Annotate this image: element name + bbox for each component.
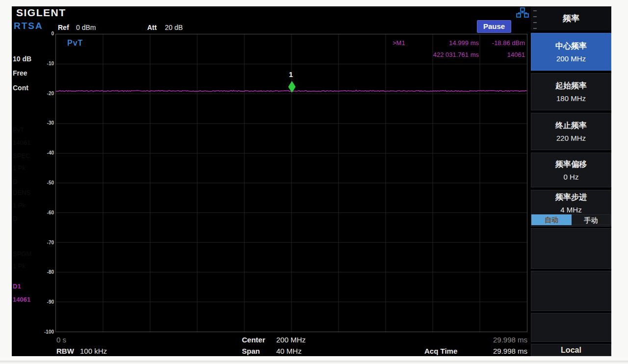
y-tick: -50	[39, 180, 54, 185]
ref-value[interactable]: 0 dBm	[76, 24, 96, 31]
marker-id: >M1	[392, 39, 405, 47]
dim-label: SPEC	[13, 152, 30, 159]
scale-label[interactable]: 10 dB	[13, 55, 31, 63]
softkey-empty[interactable]	[531, 228, 611, 269]
instrument-screen: SIGLENT RTSA Ref 0 dBm Att 20 dB Pause 1…	[12, 6, 611, 356]
chart-area	[55, 34, 527, 332]
softkey-value: 180 MHz	[531, 94, 611, 103]
menu-scroll-dash	[533, 28, 537, 29]
rbw-label: RBW	[56, 347, 74, 355]
att-value[interactable]: 20 dB	[165, 24, 183, 31]
dim-label: PvT	[13, 126, 24, 133]
marker-amplitude: -18.86 dBm	[481, 39, 525, 47]
menu-scroll-dash	[533, 16, 537, 17]
dim-label: 14061	[13, 139, 30, 146]
acq-label: Acq Time	[424, 347, 457, 355]
softkey-value: 200 MHz	[531, 54, 611, 63]
acq-value[interactable]: 29.998 ms	[471, 347, 527, 355]
toggle-manual[interactable]: 手动	[572, 214, 611, 225]
softkey-value: 0 Hz	[531, 173, 611, 181]
marker-time: 14.999 ms	[430, 39, 479, 47]
network-icon[interactable]	[516, 7, 529, 18]
display-line-name: D1	[13, 283, 21, 290]
softkey-value: 4 MHz	[531, 206, 611, 214]
toggle-auto[interactable]: 自动	[531, 214, 572, 225]
time-end: 29.998 ms	[459, 336, 527, 344]
sweep-label[interactable]: Cont	[13, 84, 28, 92]
view-label: PvT	[67, 39, 83, 48]
center-label: Center	[242, 336, 265, 344]
dim-label: 1 Pk	[13, 202, 26, 209]
y-tick: 0	[39, 31, 54, 36]
softkey-empty[interactable]	[531, 313, 611, 342]
marker-number: 1	[288, 70, 294, 78]
softkey-label: 频率偏移	[531, 159, 611, 170]
y-tick: -80	[39, 269, 54, 275]
y-tick: -20	[39, 91, 54, 96]
time-start: 0 s	[56, 336, 66, 344]
softkey-3[interactable]: 终止频率220 MHz	[531, 113, 611, 150]
softkey-label: 起始频率	[531, 81, 611, 91]
y-tick: -60	[39, 210, 54, 215]
span-value[interactable]: 40 MHz	[276, 347, 302, 355]
mode-label: RTSA	[14, 21, 43, 31]
dim-label: 1 Pk	[13, 164, 26, 172]
softkey-2[interactable]: 起始频率180 MHz	[531, 73, 611, 110]
brand-logo: SIGLENT	[16, 7, 66, 19]
y-tick: -40	[39, 150, 54, 156]
page-shadow	[0, 361, 628, 363]
menu-scroll-dash	[533, 22, 537, 23]
dim-label: SPGM	[13, 250, 31, 258]
softkey-empty[interactable]	[531, 271, 611, 311]
local-button[interactable]: Local	[531, 344, 611, 356]
ref-label: Ref	[58, 24, 69, 31]
dim-label: DENS	[13, 189, 30, 196]
menu-scroll-dash	[533, 10, 537, 11]
att-label: Att	[147, 24, 157, 31]
y-tick: -70	[39, 240, 54, 245]
trigger-label[interactable]: Free	[13, 69, 27, 77]
dim-label: D	[13, 178, 17, 185]
marker-count: 14061	[481, 51, 525, 58]
softkey-4[interactable]: 频率偏移0 Hz	[531, 153, 611, 187]
softkey-value: 220 MHz	[531, 134, 611, 142]
center-value[interactable]: 200 MHz	[276, 336, 306, 344]
span-label: Span	[242, 347, 260, 355]
y-tick: -30	[39, 120, 54, 126]
dim-label: 1 Pk	[13, 262, 26, 270]
marker-time2: 422 031.761 ms	[410, 51, 479, 58]
rbw-value[interactable]: 100 kHz	[80, 347, 107, 355]
softkey-menu: 频率 中心频率200 MHz起始频率180 MHz终止频率220 MHz频率偏移…	[531, 6, 611, 356]
softkey-1[interactable]: 中心频率200 MHz	[531, 33, 611, 71]
dim-label: D	[13, 215, 17, 222]
display-line-value: 14061	[13, 296, 30, 303]
menu-title: 频率	[531, 6, 611, 30]
softkey-5[interactable]: 频率步进4 MHz自动手动	[531, 190, 611, 227]
softkey-label: 终止频率	[531, 121, 611, 131]
y-tick: -90	[39, 299, 54, 305]
trace-plot	[56, 34, 527, 332]
y-tick: -100	[39, 329, 54, 335]
y-tick: -10	[39, 61, 54, 66]
softkey-label: 频率步进	[531, 192, 611, 203]
softkey-label: 中心频率	[531, 41, 611, 52]
pause-button[interactable]: Pause	[477, 20, 511, 33]
auto-manual-toggle: 自动手动	[531, 214, 611, 225]
